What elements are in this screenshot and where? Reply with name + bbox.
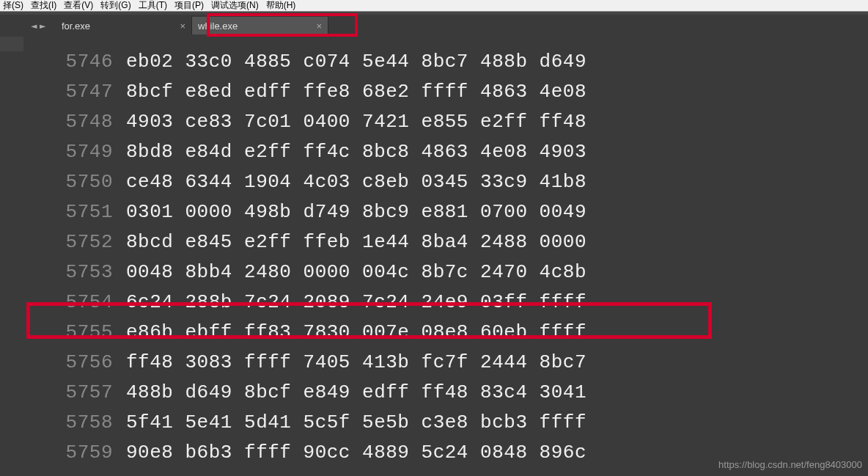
tab-for-exe[interactable]: for.exe × bbox=[56, 17, 192, 34]
line-number: 5756 bbox=[23, 348, 126, 378]
menu-bar: 择(S) 查找(I) 查看(V) 转到(G) 工具(T) 项目(P) 调试选项(… bbox=[0, 0, 868, 12]
line-number: 5755 bbox=[23, 318, 126, 348]
line-number: 5754 bbox=[23, 288, 126, 318]
menu-item[interactable]: 帮助(H) bbox=[266, 0, 296, 11]
hex-row: 5756ff48 3083 ffff 7405 413b fc7f 2444 8… bbox=[23, 348, 868, 378]
menu-item[interactable]: 查找(I) bbox=[31, 0, 56, 11]
hex-bytes: ce48 6344 1904 4c03 c8eb 0345 33c9 41b8 bbox=[126, 167, 586, 197]
hex-row: 5757488b d649 8bcf e849 edff ff48 83c4 3… bbox=[23, 378, 868, 408]
menu-item[interactable]: 调试选项(N) bbox=[211, 0, 259, 11]
close-icon[interactable]: × bbox=[180, 21, 185, 32]
hex-bytes: 488b d649 8bcf e849 edff ff48 83c4 3041 bbox=[126, 378, 586, 408]
hex-bytes: 90e8 b6b3 ffff 90cc 4889 5c24 0848 896c bbox=[126, 438, 586, 468]
nav-prev-icon[interactable]: ◄ bbox=[31, 20, 38, 32]
line-number: 5758 bbox=[23, 408, 126, 438]
hex-row: 57498bd8 e84d e2ff ff4c 8bc8 4863 4e08 4… bbox=[23, 137, 868, 167]
hex-bytes: 5f41 5e41 5d41 5c5f 5e5b c3e8 bcb3 ffff bbox=[126, 408, 586, 438]
menu-item[interactable]: 工具(T) bbox=[139, 0, 167, 11]
tab-label: while.exe bbox=[198, 21, 238, 32]
line-number: 5750 bbox=[23, 167, 126, 197]
line-number: 5753 bbox=[23, 257, 126, 288]
line-number: 5757 bbox=[23, 378, 126, 408]
close-icon[interactable]: × bbox=[316, 21, 322, 32]
line-number: 5752 bbox=[23, 227, 126, 257]
line-number: 5747 bbox=[23, 77, 126, 107]
hex-row: 57585f41 5e41 5d41 5c5f 5e5b c3e8 bcb3 f… bbox=[23, 408, 868, 438]
hex-bytes: 6c24 288b 7c24 2089 7c24 24e9 03ff ffff bbox=[126, 288, 586, 318]
hex-row: 57484903 ce83 7c01 0400 7421 e855 e2ff f… bbox=[23, 107, 868, 137]
hex-bytes: 0048 8bb4 2480 0000 004c 8b7c 2470 4c8b bbox=[126, 257, 586, 288]
tab-nav: ◄ ► bbox=[31, 20, 47, 32]
hex-row: 5746eb02 33c0 4885 c074 5e44 8bc7 488b d… bbox=[23, 47, 868, 77]
line-number: 5751 bbox=[23, 197, 126, 227]
line-number: 5759 bbox=[23, 438, 126, 468]
hex-bytes: 0301 0000 498b d749 8bc9 e881 0700 0049 bbox=[126, 197, 586, 227]
hex-row: 5750ce48 6344 1904 4c03 c8eb 0345 33c9 4… bbox=[23, 167, 868, 197]
hex-bytes: 8bd8 e84d e2ff ff4c 8bc8 4863 4e08 4903 bbox=[126, 137, 586, 167]
menu-item[interactable]: 择(S) bbox=[3, 0, 23, 11]
menu-item[interactable]: 查看(V) bbox=[64, 0, 93, 11]
hex-row: 57546c24 288b 7c24 2089 7c24 24e9 03ff f… bbox=[23, 288, 868, 318]
tab-label: for.exe bbox=[62, 21, 90, 32]
hex-row: 5755e86b ebff ff83 7830 007e 08e8 60eb f… bbox=[23, 318, 868, 348]
hex-row: 57530048 8bb4 2480 0000 004c 8b7c 2470 4… bbox=[23, 257, 868, 288]
hex-bytes: ff48 3083 ffff 7405 413b fc7f 2444 8bc7 bbox=[126, 348, 586, 378]
hex-bytes: 8bcd e845 e2ff ffeb 1e44 8ba4 2488 0000 bbox=[126, 227, 586, 257]
menu-item[interactable]: 转到(G) bbox=[100, 0, 130, 11]
watermark: https://blog.csdn.net/feng8403000 bbox=[718, 459, 862, 470]
content-area: 5746eb02 33c0 4885 c074 5e44 8bc7 488b d… bbox=[0, 37, 868, 476]
tab-while-exe[interactable]: while.exe × bbox=[192, 17, 328, 34]
tab-bar: ◄ ► for.exe × while.exe × bbox=[0, 15, 868, 37]
hex-bytes: eb02 33c0 4885 c074 5e44 8bc7 488b d649 bbox=[126, 47, 586, 77]
hex-bytes: 4903 ce83 7c01 0400 7421 e855 e2ff ff48 bbox=[126, 107, 586, 137]
hex-view[interactable]: 5746eb02 33c0 4885 c074 5e44 8bc7 488b d… bbox=[23, 37, 868, 476]
line-number: 5749 bbox=[23, 137, 126, 167]
hex-row: 57510301 0000 498b d749 8bc9 e881 0700 0… bbox=[23, 197, 868, 227]
nav-next-icon[interactable]: ► bbox=[40, 20, 47, 32]
left-gutter bbox=[0, 37, 23, 51]
hex-bytes: e86b ebff ff83 7830 007e 08e8 60eb ffff bbox=[126, 318, 586, 348]
menu-item[interactable]: 项目(P) bbox=[174, 0, 204, 11]
line-number: 5746 bbox=[23, 47, 126, 77]
hex-row: 57528bcd e845 e2ff ffeb 1e44 8ba4 2488 0… bbox=[23, 227, 868, 257]
hex-bytes: 8bcf e8ed edff ffe8 68e2 ffff 4863 4e08 bbox=[126, 77, 586, 107]
hex-row: 57478bcf e8ed edff ffe8 68e2 ffff 4863 4… bbox=[23, 77, 868, 107]
line-number: 5748 bbox=[23, 107, 126, 137]
